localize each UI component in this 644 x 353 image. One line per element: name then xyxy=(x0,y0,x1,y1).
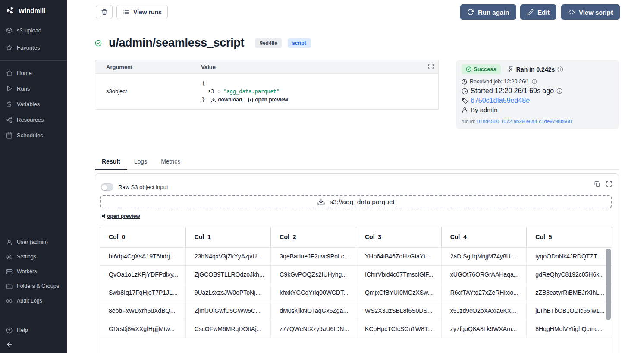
open-preview-link[interactable]: open preview xyxy=(248,96,288,104)
raw-s3-toggle[interactable] xyxy=(101,183,113,191)
status-row-run-id: run id: 018d4580-1072-ab29-e6a4-c1de9798… xyxy=(462,119,613,124)
table-cell: ZjmlJUiGwfU5GWw5C... xyxy=(185,302,271,320)
info-icon[interactable] xyxy=(532,79,537,84)
table-cell: 23hN4qxV3jZkYyAzjvU... xyxy=(185,248,271,265)
sidebar-item-resources[interactable]: Resources xyxy=(0,112,67,127)
pencil-icon xyxy=(527,9,534,16)
json-close-brace: } xyxy=(202,96,205,104)
raw-s3-toggle-row: Raw S3 object input xyxy=(101,183,168,191)
job-hash-link[interactable]: 6750c1dfa59ed48e xyxy=(471,97,530,104)
delete-run-button[interactable] xyxy=(96,5,113,19)
table-cell: C9kGvPOQZs2IUHyhg... xyxy=(270,266,356,284)
table-cell: ZjGCOB9TLLROdzoJkh... xyxy=(185,266,271,284)
s3-file-download-box[interactable]: s3://agg_data.parquet xyxy=(100,195,612,208)
view-script-button[interactable]: View script xyxy=(561,4,620,20)
column-header: Col_5 xyxy=(526,227,612,247)
table-cell: WS2X3uzSBL8f6S0DS... xyxy=(356,302,441,320)
open-preview-label: open preview xyxy=(255,96,288,104)
sidebar-item-home[interactable]: Home xyxy=(0,65,67,81)
sidebar-item-variables[interactable]: Variables xyxy=(0,96,67,112)
run-id-label: run id: xyxy=(462,119,475,124)
table-cell: xUGOt76ORGrAAHaqa... xyxy=(441,266,527,284)
sidebar-item-s3-upload[interactable]: s3-upload xyxy=(0,22,67,39)
run-status-card: Success Ran in 0.242s Received job: 12:2… xyxy=(456,60,619,129)
status-row-received: Received job: 12:20 26/1 xyxy=(462,79,613,85)
edit-button[interactable]: Edit xyxy=(520,4,556,20)
argument-value-json: { s3 : "agg_data.parquet" } download ope… xyxy=(201,79,438,104)
column-header: Col_3 xyxy=(356,227,441,247)
sidebar-item-label: Workers xyxy=(17,268,37,274)
duration-text: Ran in 0.242s xyxy=(516,66,555,73)
list-icon xyxy=(123,9,129,16)
started-text: Started 12:20 26/1 69s ago xyxy=(471,87,554,95)
tab-logs[interactable]: Logs xyxy=(127,157,154,169)
arguments-table: Argument Value s3object { s3 : "agg_data… xyxy=(95,60,439,110)
arrow-left-icon xyxy=(6,341,61,348)
open-preview-link[interactable]: open preview xyxy=(100,213,140,219)
sidebar-item-folders-groups[interactable]: Folders & Groups xyxy=(0,279,67,293)
info-icon[interactable] xyxy=(557,66,563,72)
json-open-brace: { xyxy=(202,80,205,86)
table-cell: Swb8Iq17FqHjoT7P1JL... xyxy=(100,284,185,302)
collapse-sidebar-button[interactable] xyxy=(0,337,67,353)
sidebar-item-user-admin[interactable]: User (admin) xyxy=(0,235,67,249)
calendar-icon xyxy=(6,132,13,139)
table-cell: R6cfTAYtd27xZeRHkco... xyxy=(441,284,527,302)
sidebar-item-label: User (admin) xyxy=(17,239,48,245)
external-link-icon xyxy=(248,98,253,103)
panel-actions xyxy=(594,180,613,187)
json-string-value: "agg_data.parquet" xyxy=(223,88,280,95)
windmill-brand[interactable]: Windmill xyxy=(0,0,67,22)
table-row: 8ebbFxWDxrh5uXdBQ... ZjmlJUiGwfU5GWw5C..… xyxy=(100,302,612,320)
run-id-link[interactable]: 018d4580-1072-ab29-e6a4-c1de9798b668 xyxy=(477,119,572,124)
info-icon[interactable] xyxy=(556,88,562,94)
sidebar-item-workers[interactable]: Workers xyxy=(0,264,67,279)
check-circle-icon xyxy=(466,66,471,72)
sidebar-item-label: Folders & Groups xyxy=(17,283,59,289)
table-cell: gdReQhyC8192c05H6k.. xyxy=(526,266,612,284)
sidebar-item-schedules[interactable]: Schedules xyxy=(0,127,67,143)
result-panel: Raw S3 object input s3://agg_data.parque… xyxy=(95,173,619,353)
dollar-icon xyxy=(6,101,13,107)
download-icon xyxy=(317,198,325,206)
by-author-text: By admin xyxy=(471,106,498,113)
windmill-logo-icon xyxy=(6,6,15,15)
download-link[interactable]: download xyxy=(211,96,242,104)
script-kind-badge: script xyxy=(288,38,311,48)
folder-icon xyxy=(6,283,13,290)
table-row: GDrs0j8wXXgfHgjjMtw... CscOFwM6MRqDOttAj… xyxy=(100,320,612,338)
sidebar-item-audit-logs[interactable]: Audit Logs xyxy=(0,293,67,308)
expand-arguments-icon[interactable] xyxy=(428,63,434,69)
table-cell: khxkYGCqYrlq00WCDT... xyxy=(270,284,356,302)
star-icon xyxy=(6,44,13,51)
copy-result-icon[interactable] xyxy=(594,180,600,187)
view-runs-button[interactable]: View runs xyxy=(116,5,168,19)
download-icon xyxy=(211,98,216,103)
refresh-icon xyxy=(467,9,474,16)
expand-result-icon[interactable] xyxy=(606,180,613,187)
gear-icon xyxy=(6,254,13,260)
table-cell: KCpHpcTCIcSCu1W8T... xyxy=(356,320,441,338)
table-row: QvOa1oLzKFjYDFPdlxy... ZjGCOB9TLLROdzoJk… xyxy=(100,265,612,284)
table-cell: 8HqgHMolVYtighQcmc... xyxy=(526,320,612,338)
status-row-job-hash: 6750c1dfa59ed48e xyxy=(462,97,613,104)
sidebar-item-favorites[interactable]: Favorites xyxy=(0,39,67,56)
eye-icon xyxy=(6,298,13,304)
status-row-author: By admin xyxy=(462,106,613,113)
sidebar-divider xyxy=(0,60,67,61)
table-cell: GDrs0j8wXXgfHgjjMtw... xyxy=(100,320,185,338)
sidebar-item-help[interactable]: Help xyxy=(0,323,67,337)
table-scrollbar-thumb[interactable] xyxy=(606,249,611,320)
table-cell: jLThBTbOBJODIc65Iw1... xyxy=(526,302,612,320)
toggle-knob xyxy=(102,185,107,190)
tab-metrics[interactable]: Metrics xyxy=(154,157,187,169)
table-cell: z77QWeNtXzy9aU6IDN... xyxy=(270,320,356,338)
sidebar-item-label: Settings xyxy=(17,254,36,260)
run-again-button[interactable]: Run again xyxy=(460,4,516,20)
sidebar-item-settings[interactable]: Settings xyxy=(0,249,67,264)
sidebar-item-runs[interactable]: Runs xyxy=(0,81,67,96)
table-cell: bt6dp4CgXsA19T6hdrj... xyxy=(100,248,185,265)
table-cell: CscOFwM6MRqDOttAj... xyxy=(185,320,271,338)
tab-result[interactable]: Result xyxy=(95,157,127,170)
edit-label: Edit xyxy=(537,9,550,16)
